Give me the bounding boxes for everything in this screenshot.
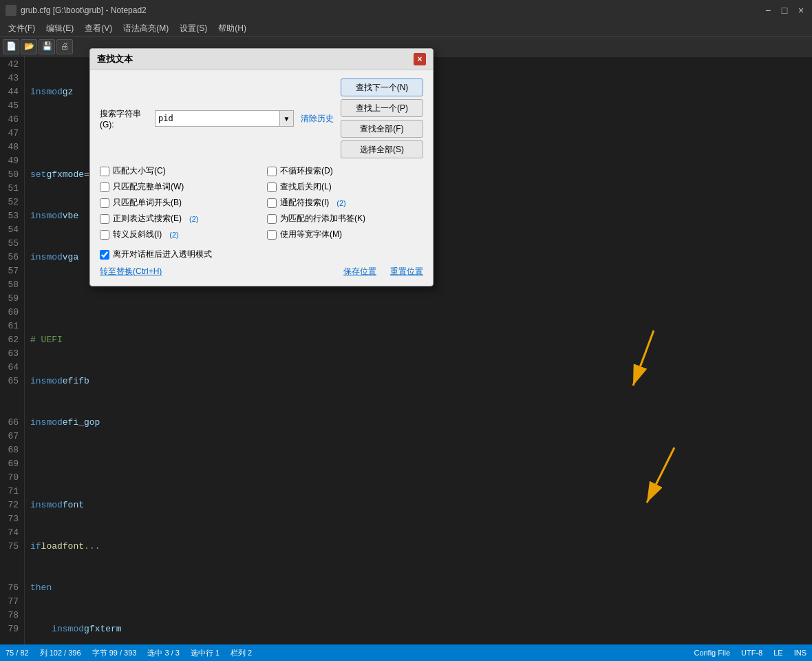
- option-close-after: 查找后关闭(L): [267, 181, 423, 193]
- code-line: [30, 457, 812, 471]
- menu-file[interactable]: 文件(F): [3, 21, 41, 36]
- find-buttons: 查找下一个(N) 查找上一个(P) 查找全部(F) 选择全部(S): [334, 78, 423, 158]
- options-section: 匹配大小写(C) 只匹配完整单词(W) 只匹配单词开头(B) 正则表达式搜索(E…: [100, 165, 423, 244]
- bottom-links: 转至替换(Ctrl+H) 保存位置 重置位置: [100, 266, 423, 277]
- search-input-area: ▼ 清除历史: [155, 110, 334, 127]
- regex-checkbox[interactable]: [100, 214, 109, 224]
- wildcards-checkbox[interactable]: [267, 198, 277, 208]
- find-dialog-title-text: 查找文本: [97, 53, 133, 65]
- search-input[interactable]: [155, 110, 280, 127]
- status-line: 75 / 82: [6, 649, 29, 657]
- menu-help[interactable]: 帮助(H): [213, 21, 252, 36]
- status-col: 列 102 / 396: [40, 648, 81, 658]
- add-bookmark-checkbox[interactable]: [267, 214, 277, 224]
- option-regex: 正则表达式搜索(E) (2): [100, 213, 256, 224]
- match-case-label: 匹配大小写(C): [113, 165, 166, 177]
- save-pos-link[interactable]: 保存位置: [343, 266, 376, 277]
- no-wrap-checkbox[interactable]: [267, 167, 277, 176]
- transparent-checkbox[interactable]: [100, 250, 109, 260]
- wildcards-link[interactable]: (2): [336, 199, 345, 207]
- maximize-button[interactable]: □: [779, 5, 790, 16]
- escape-label: 转义反斜线(I): [113, 229, 162, 240]
- regex-link[interactable]: (2): [189, 215, 198, 223]
- print-button[interactable]: 🖨: [56, 39, 73, 54]
- wide-char-label: 使用等宽字体(M): [280, 229, 342, 240]
- status-encoding: UTF-8: [741, 649, 762, 657]
- save-button[interactable]: 💾: [39, 39, 55, 54]
- goto-replace-link[interactable]: 转至替换(Ctrl+H): [100, 266, 162, 277]
- menu-settings[interactable]: 设置(S): [174, 21, 213, 36]
- option-add-bookmark: 为匹配的行添加书签(K): [267, 213, 423, 224]
- status-sel: 选中 3 / 3: [147, 648, 179, 658]
- close-button[interactable]: ×: [795, 5, 806, 16]
- match-case-checkbox[interactable]: [100, 167, 109, 176]
- whole-word-checkbox[interactable]: [100, 182, 109, 192]
- title-controls: − □ ×: [762, 5, 806, 16]
- find-next-button[interactable]: 查找下一个(N): [341, 78, 423, 96]
- find-prev-button[interactable]: 查找上一个(P): [341, 99, 423, 117]
- menu-bar: 文件(F) 编辑(E) 查看(V) 语法高亮(M) 设置(S) 帮助(H): [0, 21, 812, 37]
- code-line: insmod efifb: [30, 375, 812, 388]
- code-line: insmod gfxterm: [30, 622, 812, 636]
- code-line: if loadfont...: [30, 540, 812, 554]
- close-after-label: 查找后关闭(L): [280, 181, 332, 193]
- title-text: grub.cfg [G:\boot\grub] - Notepad2: [21, 6, 762, 15]
- menu-edit[interactable]: 编辑(E): [41, 21, 79, 36]
- find-all-button[interactable]: 查找全部(F): [341, 120, 423, 138]
- wide-char-checkbox[interactable]: [267, 230, 277, 240]
- search-row: 搜索字符串(G): ▼ 清除历史 查找下一个(N) 查找上一个(P) 查找全部(…: [100, 78, 423, 158]
- reset-pos-link[interactable]: 重置位置: [390, 266, 423, 277]
- code-line: then: [30, 581, 812, 595]
- status-right: Config File UTF-8 LE INS: [694, 649, 806, 657]
- close-after-checkbox[interactable]: [267, 182, 277, 192]
- position-links: 保存位置 重置位置: [343, 266, 423, 277]
- status-config-file: Config File: [694, 649, 730, 657]
- code-line: # UEFI: [30, 333, 812, 347]
- open-button[interactable]: 📂: [21, 39, 37, 54]
- options-col-left: 匹配大小写(C) 只匹配完整单词(W) 只匹配单词开头(B) 正则表达式搜索(E…: [100, 165, 256, 244]
- option-match-case: 匹配大小写(C): [100, 165, 256, 177]
- option-whole-word: 只匹配完整单词(W): [100, 181, 256, 193]
- status-bar: 75 / 82 列 102 / 396 字节 99 / 393 选中 3 / 3…: [0, 644, 812, 661]
- minimize-button[interactable]: −: [762, 5, 773, 16]
- find-dialog-close-button[interactable]: ×: [414, 53, 426, 65]
- menu-view[interactable]: 查看(V): [79, 21, 118, 36]
- whole-word-label: 只匹配完整单词(W): [113, 181, 184, 193]
- no-wrap-label: 不循环搜索(D): [280, 165, 333, 177]
- find-dialog: 查找文本 × 搜索字符串(G): ▼ 清除历史 查找下一个(N) 查找上一个(P…: [89, 48, 434, 286]
- escape-checkbox[interactable]: [100, 230, 109, 240]
- option-wide-char: 使用等宽字体(M): [267, 229, 423, 240]
- option-no-wrap: 不循环搜索(D): [267, 165, 423, 177]
- option-escape: 转义反斜线(I) (2): [100, 229, 256, 240]
- menu-syntax[interactable]: 语法高亮(M): [118, 21, 174, 36]
- status-col2: 栏列 2: [231, 648, 252, 658]
- options-col-right: 不循环搜索(D) 查找后关闭(L) 通配符搜索(I) (2) 为匹配的行添加书签…: [267, 165, 423, 244]
- line-numbers: 42 43 44 45 46 47 48 49 50 51 52 53 54 5…: [0, 56, 25, 644]
- search-dropdown-button[interactable]: ▼: [280, 110, 294, 127]
- find-dialog-title[interactable]: 查找文本 ×: [90, 49, 433, 70]
- code-line: insmod font: [30, 499, 812, 512]
- select-all-button[interactable]: 选择全部(S): [341, 140, 423, 158]
- option-transparent: 离开对话框后进入透明模式: [100, 249, 423, 260]
- status-chars: 字节 99 / 393: [92, 648, 137, 658]
- find-dialog-body: 搜索字符串(G): ▼ 清除历史 查找下一个(N) 查找上一个(P) 查找全部(…: [90, 70, 433, 286]
- code-line: insmod efi_gop: [30, 416, 812, 430]
- app-icon: [6, 5, 17, 16]
- wildcards-label: 通配符搜索(I): [280, 197, 329, 209]
- option-word-start: 只匹配单词开头(B): [100, 197, 256, 209]
- title-bar: grub.cfg [G:\boot\grub] - Notepad2 − □ ×: [0, 0, 812, 21]
- word-start-label: 只匹配单词开头(B): [113, 197, 182, 209]
- new-button[interactable]: 📄: [3, 39, 19, 54]
- word-start-checkbox[interactable]: [100, 198, 109, 208]
- find-input-wrapper: ▼: [155, 110, 294, 127]
- search-label: 搜索字符串(G):: [100, 108, 155, 129]
- status-line-info: 选中行 1: [191, 648, 220, 658]
- transparent-label: 离开对话框后进入透明模式: [113, 249, 212, 260]
- regex-label: 正则表达式搜索(E): [113, 213, 182, 224]
- clear-history-link[interactable]: 清除历史: [301, 113, 334, 125]
- option-wildcards: 通配符搜索(I) (2): [267, 197, 423, 209]
- escape-link[interactable]: (2): [169, 231, 178, 239]
- status-line-end: LE: [773, 649, 782, 657]
- add-bookmark-label: 为匹配的行添加书签(K): [280, 213, 365, 224]
- status-ins: INS: [794, 649, 806, 657]
